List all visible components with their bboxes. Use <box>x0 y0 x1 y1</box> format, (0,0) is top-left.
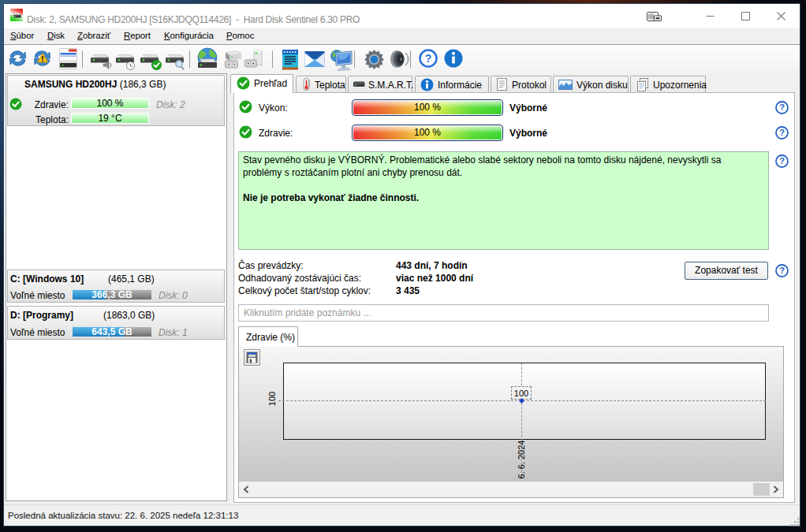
svg-text:?: ? <box>779 266 785 275</box>
svg-text:?: ? <box>779 102 785 112</box>
svg-text:?: ? <box>779 156 785 166</box>
svg-text:?: ? <box>425 52 432 65</box>
svg-text:?: ? <box>779 128 785 137</box>
